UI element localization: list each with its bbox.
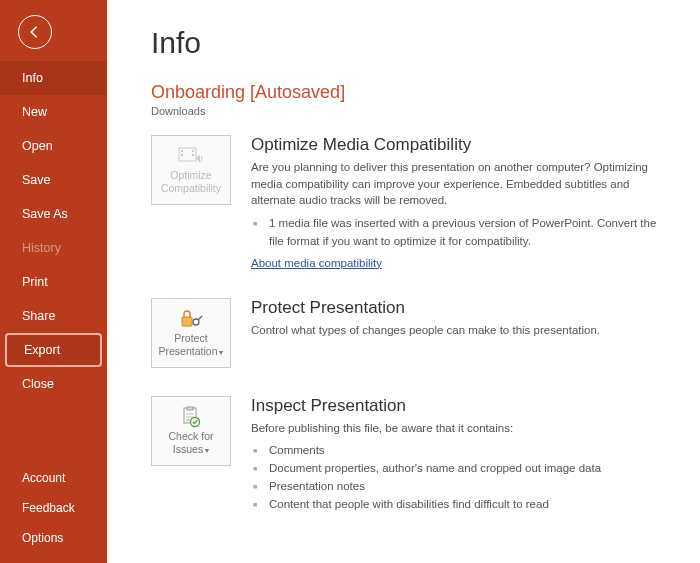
back-arrow-icon	[26, 23, 44, 41]
chevron-down-icon: ▾	[205, 446, 209, 455]
chevron-down-icon: ▾	[219, 348, 223, 357]
protect-presentation-button[interactable]: ProtectPresentation▾	[151, 298, 231, 368]
sidebar-item-open[interactable]: Open	[0, 129, 107, 163]
sidebar-item-label: Account	[22, 471, 65, 485]
tile-label-line2: Compatibility	[161, 182, 221, 194]
about-media-compatibility-link[interactable]: About media compatibility	[251, 257, 382, 269]
sidebar-item-options[interactable]: Options	[0, 523, 107, 553]
svg-rect-4	[192, 154, 194, 156]
sidebar-item-history: History	[0, 231, 107, 265]
optimize-compatibility-button[interactable]: OptimizeCompatibility	[151, 135, 231, 205]
sidebar-item-label: Save	[22, 173, 51, 187]
optimize-bullets: 1 media file was inserted with a previou…	[251, 215, 666, 251]
document-title: Onboarding [Autosaved]	[151, 82, 666, 103]
section-heading: Protect Presentation	[251, 298, 666, 318]
tile-label-line2: Issues	[173, 443, 203, 455]
backstage-view: Info New Open Save Save As History Print…	[0, 0, 700, 563]
sidebar-item-new[interactable]: New	[0, 95, 107, 129]
sidebar: Info New Open Save Save As History Print…	[0, 0, 107, 563]
main-panel: Info Onboarding [Autosaved] Downloads Op…	[107, 0, 700, 563]
sidebar-item-label: History	[22, 241, 61, 255]
section-description: Before publishing this file, be aware th…	[251, 420, 666, 437]
sidebar-item-save[interactable]: Save	[0, 163, 107, 197]
document-check-icon	[178, 406, 204, 428]
back-button[interactable]	[18, 15, 52, 49]
sidebar-item-label: Export	[24, 343, 60, 357]
sidebar-item-label: Share	[22, 309, 55, 323]
section-inspect-presentation: Check forIssues▾ Inspect Presentation Be…	[151, 396, 666, 514]
list-item: Content that people with disabilities fi…	[265, 496, 666, 514]
sidebar-item-label: Options	[22, 531, 63, 545]
sidebar-item-print[interactable]: Print	[0, 265, 107, 299]
tile-label-line1: Check for	[169, 430, 214, 442]
list-item: Document properties, author's name and c…	[265, 460, 666, 478]
sidebar-bottom: Account Feedback Options	[0, 463, 107, 563]
tile-label-line1: Optimize	[170, 169, 211, 181]
film-audio-icon	[178, 145, 204, 167]
sidebar-item-label: New	[22, 105, 47, 119]
document-location: Downloads	[151, 105, 666, 117]
section-protect-presentation: ProtectPresentation▾ Protect Presentatio…	[151, 298, 666, 368]
sidebar-item-close[interactable]: Close	[0, 367, 107, 401]
list-item: Comments	[265, 442, 666, 460]
sidebar-item-info[interactable]: Info	[0, 61, 107, 95]
sidebar-item-label: Print	[22, 275, 48, 289]
svg-rect-2	[181, 154, 183, 156]
section-description: Are you planning to deliver this present…	[251, 159, 666, 209]
section-description: Control what types of changes people can…	[251, 322, 666, 339]
sidebar-item-label: Feedback	[22, 501, 75, 515]
lock-key-icon	[178, 308, 204, 330]
page-title: Info	[151, 26, 666, 60]
section-optimize-media: OptimizeCompatibility Optimize Media Com…	[151, 135, 666, 270]
svg-rect-3	[192, 150, 194, 152]
sidebar-item-label: Open	[22, 139, 53, 153]
tile-label-line2: Presentation	[159, 345, 218, 357]
sidebar-item-export[interactable]: Export	[5, 333, 102, 367]
inspect-bullets: Comments Document properties, author's n…	[251, 442, 666, 513]
sidebar-item-save-as[interactable]: Save As	[0, 197, 107, 231]
svg-rect-8	[187, 407, 193, 410]
sidebar-item-label: Save As	[22, 207, 68, 221]
sidebar-item-label: Close	[22, 377, 54, 391]
check-for-issues-button[interactable]: Check forIssues▾	[151, 396, 231, 466]
svg-rect-5	[182, 317, 192, 326]
sidebar-item-label: Info	[22, 71, 43, 85]
tile-label-line1: Protect	[174, 332, 207, 344]
list-item: Presentation notes	[265, 478, 666, 496]
sidebar-item-share[interactable]: Share	[0, 299, 107, 333]
list-item: 1 media file was inserted with a previou…	[265, 215, 666, 251]
sidebar-item-account[interactable]: Account	[0, 463, 107, 493]
section-heading: Inspect Presentation	[251, 396, 666, 416]
section-heading: Optimize Media Compatibility	[251, 135, 666, 155]
svg-rect-1	[181, 150, 183, 152]
sidebar-item-feedback[interactable]: Feedback	[0, 493, 107, 523]
